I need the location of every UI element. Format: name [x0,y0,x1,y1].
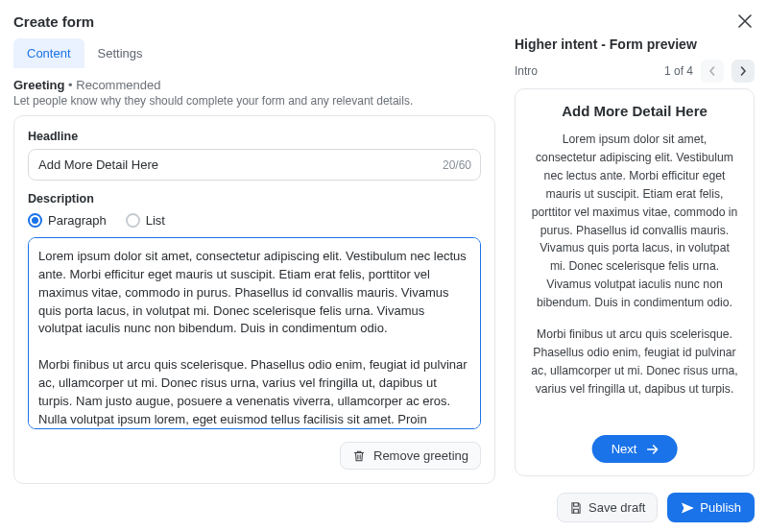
preview-next-row: Next [592,435,678,463]
close-icon[interactable] [735,12,755,31]
preview-body: Lorem ipsum dolor sit amet, consectetur … [531,131,738,399]
columns: Content Settings Greeting • Recommended … [13,35,755,484]
recommended-badge: Recommended [76,78,160,92]
preview-title: Higher intent - Form preview [515,36,755,52]
left-column: Content Settings Greeting • Recommended … [13,35,495,484]
preview-nav: Intro 1 of 4 [515,60,755,83]
greeting-card: Headline 20/60 Description Paragraph Lis… [13,115,495,484]
save-icon [569,501,583,515]
description-type-radio-group: Paragraph List [28,213,481,228]
preview-next-button[interactable] [732,60,755,83]
modal-header: Create form [13,12,755,31]
modal-title: Create form [13,13,94,30]
chevron-right-icon [738,66,748,76]
preview-count: 1 of 4 [664,64,693,78]
tab-content[interactable]: Content [13,38,84,68]
headline-label: Headline [28,130,481,143]
description-textarea[interactable] [28,237,481,429]
tab-settings[interactable]: Settings [84,38,156,68]
description-label: Description [28,192,481,206]
preview-stage-label: Intro [515,64,538,78]
radio-dot-icon [126,213,140,228]
send-icon [681,501,694,515]
remove-greeting-row: Remove greeting [28,442,481,470]
chevron-left-icon [708,66,717,76]
trash-icon [352,449,366,463]
section-subtitle: Let people know why they should complete… [13,94,495,108]
tab-bar: Content Settings [13,38,495,68]
publish-button[interactable]: Publish [667,493,755,522]
radio-dot-icon [28,213,42,228]
remove-greeting-button[interactable]: Remove greeting [340,442,481,470]
preview-frame: Add More Detail Here Lorem ipsum dolor s… [515,88,755,476]
radio-list[interactable]: List [126,213,165,228]
save-draft-button[interactable]: Save draft [557,493,658,522]
arrow-right-icon [646,445,658,454]
preview-column: Higher intent - Form preview Intro 1 of … [515,35,755,476]
headline-field: 20/60 [28,149,481,181]
preview-next-cta[interactable]: Next [592,435,678,463]
headline-input[interactable] [28,149,481,181]
radio-paragraph[interactable]: Paragraph [28,213,107,228]
greeting-heading: Greeting • Recommended [13,78,495,92]
modal-footer: Save draft Publish [557,493,755,522]
headline-counter: 20/60 [443,158,471,172]
preview-prev-button[interactable] [701,60,724,83]
preview-paragraph: Lorem ipsum dolor sit amet, consectetur … [531,131,738,312]
section-title: Greeting [13,78,64,92]
preview-nav-right: 1 of 4 [664,60,755,83]
create-form-modal: Create form Content Settings Greeting • … [0,0,768,532]
preview-headline: Add More Detail Here [531,103,738,119]
relevant-details-link[interactable]: relevant details [332,94,410,108]
preview-paragraph: Morbi finibus ut arcu quis scelerisque. … [531,326,738,399]
